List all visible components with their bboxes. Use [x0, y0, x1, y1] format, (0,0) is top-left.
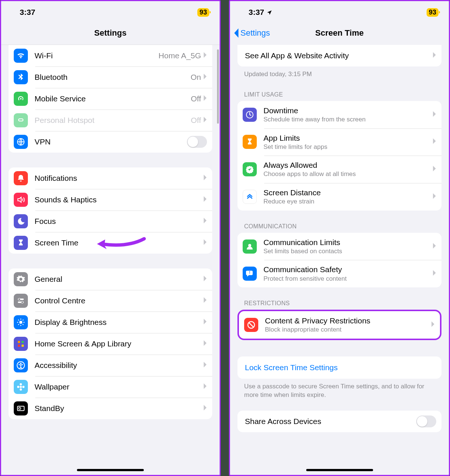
chevron-left-icon: [233, 28, 240, 38]
row-display[interactable]: Display & Brightness: [9, 312, 212, 333]
row-mobile-service[interactable]: Mobile Service Off: [9, 88, 212, 110]
header-communication: COMMUNICATION: [230, 223, 449, 233]
scrollbar[interactable]: [217, 49, 219, 124]
antenna-icon: [14, 92, 28, 106]
row-wifi[interactable]: Wi-Fi Home A_5G: [9, 45, 212, 66]
row-screen-time[interactable]: Screen Time: [9, 232, 212, 254]
settings-scroll[interactable]: Wi-Fi Home A_5G Bluetooth On Mobile Serv…: [1, 45, 220, 475]
row-wallpaper[interactable]: Wallpaper: [9, 376, 212, 398]
row-accessibility[interactable]: Accessibility: [9, 355, 212, 376]
home-indicator[interactable]: [77, 469, 144, 471]
row-screen-distance[interactable]: Screen Distance Reduce eye strain: [237, 183, 441, 211]
hourglass-icon: [243, 135, 257, 149]
row-vpn[interactable]: VPN: [9, 131, 212, 153]
screen-time-scroll[interactable]: See All App & Website Activity Updated t…: [230, 45, 449, 475]
chevron-icon: [203, 217, 207, 225]
accessibility-icon: [14, 358, 28, 372]
header-restrictions: RESTRICTIONS: [230, 300, 449, 310]
chevron-icon: [431, 321, 435, 329]
svg-point-17: [20, 383, 22, 385]
hotspot-label: Personal Hotspot: [35, 116, 191, 125]
row-app-limits[interactable]: App Limits Set time limits for apps: [237, 128, 441, 156]
updated-footer: Updated today, 3:15 PM: [230, 66, 449, 79]
row-personal-hotspot[interactable]: Personal Hotspot Off: [9, 110, 212, 131]
bell-icon: [14, 171, 28, 185]
svg-point-18: [20, 388, 22, 391]
row-comm-safety[interactable]: ! Communication Safety Protect from sens…: [237, 260, 441, 287]
comm-safety-label: Communication Safety Protect from sensit…: [263, 263, 433, 284]
row-focus[interactable]: Focus: [9, 211, 212, 232]
status-time: 3:37: [20, 8, 35, 17]
group-restrictions: Content & Privacy Restrictions Block ina…: [237, 310, 441, 340]
bluetooth-icon: [14, 70, 28, 84]
row-bluetooth[interactable]: Bluetooth On: [9, 66, 212, 88]
screen-time-label: Screen Time: [35, 238, 203, 247]
downtime-icon: [243, 108, 257, 122]
clock-icon: [14, 401, 28, 415]
group-activity: See All App & Website Activity: [237, 45, 441, 66]
row-sounds[interactable]: Sounds & Haptics: [9, 189, 212, 211]
row-content-privacy[interactable]: Content & Privacy Restrictions Block ina…: [239, 311, 440, 339]
location-icon: [266, 10, 272, 16]
content-privacy-label: Content & Privacy Restrictions Block ina…: [265, 314, 431, 336]
chat-bubble-icon: !: [243, 267, 257, 281]
wifi-icon: [14, 49, 28, 63]
chevron-icon: [433, 52, 436, 60]
cc-label: Control Centre: [35, 296, 203, 305]
chevron-icon: [203, 52, 207, 60]
row-see-activity[interactable]: See All App & Website Activity: [237, 45, 441, 66]
vpn-toggle[interactable]: [187, 136, 207, 148]
chevron-icon: [203, 383, 207, 391]
chevron-icon: [203, 95, 207, 103]
svg-text:!: !: [249, 271, 250, 275]
status-time: 3:37: [249, 8, 272, 17]
chevron-icon: [433, 193, 436, 201]
home-label: Home Screen & App Library: [35, 339, 203, 348]
always-label: Always Allowed Choose apps to allow at a…: [263, 159, 433, 180]
share-toggle[interactable]: [416, 415, 436, 427]
row-notifications[interactable]: Notifications: [9, 167, 212, 189]
row-comm-limits[interactable]: Communication Limits Set limits based on…: [237, 233, 441, 260]
group-communication: Communication Limits Set limits based on…: [237, 233, 441, 287]
row-general[interactable]: General: [9, 268, 212, 290]
phone-settings: 3:37 93 Settings Wi-Fi Home A_5G Bluetoo…: [0, 0, 221, 476]
display-label: Display & Brightness: [35, 318, 203, 327]
checkmark-seal-icon: [243, 162, 257, 176]
row-share[interactable]: Share Across Devices: [237, 411, 441, 432]
row-lock-settings[interactable]: Lock Screen Time Settings: [237, 356, 441, 379]
globe-icon: [14, 135, 28, 149]
home-indicator[interactable]: [306, 469, 373, 471]
svg-point-16: [20, 386, 22, 388]
row-downtime[interactable]: Downtime Schedule time away from the scr…: [237, 101, 441, 128]
chevron-icon: [203, 404, 207, 413]
back-button[interactable]: Settings: [233, 28, 270, 38]
switches-icon: [14, 294, 28, 308]
chevron-icon: [433, 270, 436, 278]
row-always-allowed[interactable]: Always Allowed Choose apps to allow at a…: [237, 156, 441, 183]
status-indicators: 93: [421, 8, 438, 17]
svg-point-20: [22, 386, 25, 388]
flower-icon: [14, 380, 28, 394]
hotspot-value: Off: [191, 116, 201, 125]
hourglass-icon: [14, 236, 28, 250]
svg-point-28: [248, 244, 251, 247]
moon-icon: [14, 214, 28, 228]
contact-icon: [243, 239, 257, 254]
group-notifications: Notifications Sounds & Haptics Focus Scr…: [9, 167, 212, 254]
focus-label: Focus: [35, 217, 203, 226]
lock-footer: Use a passcode to secure Screen Time set…: [230, 379, 449, 400]
row-home-screen[interactable]: Home Screen & App Library: [9, 333, 212, 355]
group-lock: Lock Screen Time Settings: [237, 356, 441, 379]
status-bar: 3:37 93: [230, 1, 449, 21]
chevron-icon: [433, 165, 436, 173]
standby-label: StandBy: [35, 404, 203, 413]
chevron-icon: [433, 242, 436, 251]
row-control-centre[interactable]: Control Centre: [9, 290, 212, 312]
apps-grid-icon: [14, 337, 28, 351]
notifications-label: Notifications: [35, 174, 203, 183]
vpn-label: VPN: [35, 137, 187, 146]
wifi-label: Wi-Fi: [35, 51, 159, 60]
chevron-icon: [203, 174, 207, 182]
row-standby[interactable]: StandBy: [9, 398, 212, 419]
svg-point-9: [19, 321, 22, 324]
